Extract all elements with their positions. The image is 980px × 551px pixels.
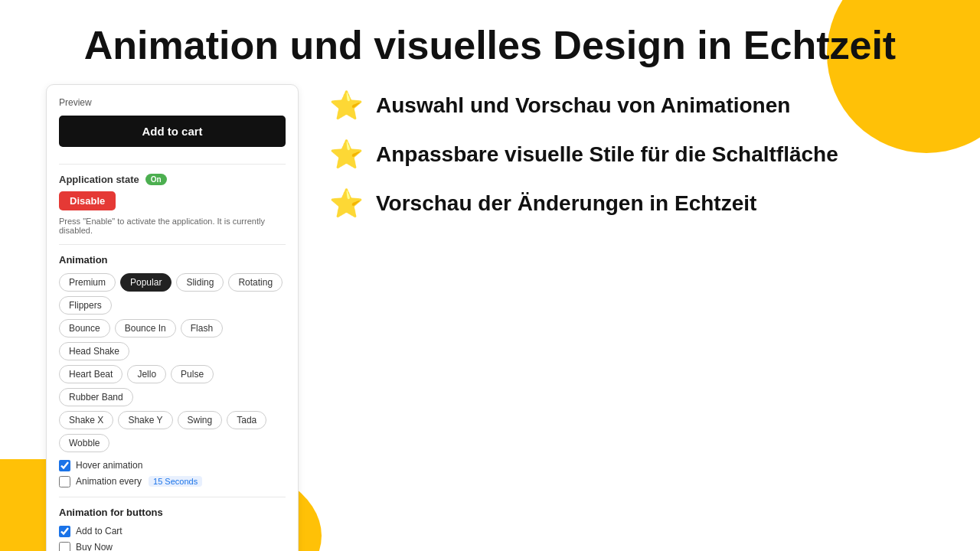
tag-wobble[interactable]: Wobble [59,434,109,452]
animation-every-label: Animation every [76,476,142,487]
tag-bounce-in[interactable]: Bounce In [115,319,176,337]
tag-pulse[interactable]: Pulse [171,365,214,383]
feature-text-1: Auswahl und Vorschau von Animationen [376,92,790,119]
preview-label: Preview [59,97,286,108]
features-panel: ⭐ Auswahl und Vorschau von Animationen ⭐… [329,84,949,217]
tags-row-3: Shake X Shake Y Swing Tada Wobble [59,411,286,452]
tag-bounce[interactable]: Bounce [59,319,110,337]
disable-button[interactable]: Disable [59,191,116,210]
divider-2 [59,244,286,245]
tag-shake-x[interactable]: Shake X [59,411,113,429]
animation-for-buttons-section: Animation for buttons Add to Cart Buy No… [59,507,286,551]
animation-every-checkbox[interactable] [59,476,70,487]
main-layout: Preview Add to cart Application state On… [0,84,980,551]
add-to-cart-check-label: Add to Cart [76,526,122,536]
tag-swing[interactable]: Swing [178,411,223,429]
divider-3 [59,497,286,497]
animation-every-row: Animation every 15 Seconds [59,476,286,487]
ui-card: Preview Add to cart Application state On… [46,84,299,551]
checkboxes-section: Hover animation Animation every 15 Secon… [59,460,286,487]
add-to-cart-check-row: Add to Cart [59,526,286,537]
feature-text-3: Vorschau der Änderungen in Echtzeit [376,190,756,217]
star-icon-1: ⭐ [329,92,364,119]
preview-section: Preview Add to cart [59,97,286,155]
page-title: Animation und visuelles Design in Echtze… [0,0,980,84]
seconds-badge: 15 Seconds [149,476,202,487]
tab-premium[interactable]: Premium [59,273,116,292]
buy-now-check-label: Buy Now [76,542,113,551]
page-content: Animation und visuelles Design in Echtze… [0,0,980,551]
tag-rubber-band[interactable]: Rubber Band [59,388,133,406]
add-to-cart-button[interactable]: Add to cart [59,116,286,147]
tab-sliding[interactable]: Sliding [176,273,224,292]
hover-animation-checkbox[interactable] [59,460,70,471]
animation-tabs-row: Premium Popular Sliding Rotating Flipper… [59,273,286,315]
star-icon-2: ⭐ [329,141,364,168]
tag-shake-y[interactable]: Shake Y [118,411,172,429]
hover-animation-label: Hover animation [76,460,142,471]
application-state-section: Application state On Disable Press "Enab… [59,174,286,235]
buy-now-checkbox[interactable] [59,542,70,551]
tab-flippers[interactable]: Flippers [59,296,112,315]
hint-text: Press "Enable" to activate the applicati… [59,217,286,235]
animation-section: Animation Premium Popular Sliding Rotati… [59,254,286,487]
star-icon-3: ⭐ [329,190,364,217]
tab-rotating[interactable]: Rotating [228,273,283,292]
feature-item-3: ⭐ Vorschau der Änderungen in Echtzeit [329,190,949,217]
animation-for-title: Animation for buttons [59,507,286,518]
feature-item-2: ⭐ Anpassbare visuelle Stile für die Scha… [329,141,949,168]
tag-head-shake[interactable]: Head Shake [59,342,129,360]
on-badge: On [145,174,167,185]
app-state-row: Application state On [59,174,286,185]
tab-popular[interactable]: Popular [120,273,172,292]
app-state-label: Application state [59,174,139,185]
tag-jello[interactable]: Jello [127,365,166,383]
tag-flash[interactable]: Flash [181,319,223,337]
feature-text-2: Anpassbare visuelle Stile für die Schalt… [376,141,838,168]
buy-now-check-row: Buy Now [59,542,286,551]
hover-animation-row: Hover animation [59,460,286,471]
feature-item-1: ⭐ Auswahl und Vorschau von Animationen [329,92,949,119]
add-to-cart-checkbox[interactable] [59,526,70,537]
tag-heart-beat[interactable]: Heart Beat [59,365,122,383]
divider-1 [59,164,286,165]
tags-row-2: Heart Beat Jello Pulse Rubber Band [59,365,286,406]
tags-row-1: Bounce Bounce In Flash Head Shake [59,319,286,360]
animation-title: Animation [59,254,286,266]
tag-tada[interactable]: Tada [227,411,266,429]
